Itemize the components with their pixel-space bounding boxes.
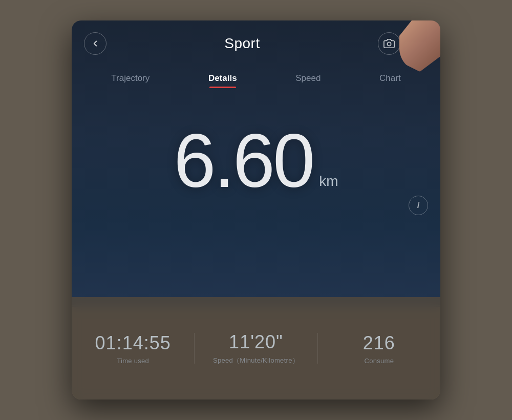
tab-speed-label: Speed <box>295 73 321 83</box>
distance-display: 6.60 km <box>174 123 338 199</box>
top-panel: Sport Tra <box>72 20 440 307</box>
main-metric: 6.60 km <box>72 123 440 199</box>
stat-consume-label: Consume <box>364 357 394 365</box>
stat-time-used: 01:14:55 Time used <box>72 332 194 365</box>
distance-value: 6.60 <box>174 123 313 199</box>
stat-time-label: Time used <box>117 357 149 365</box>
tab-trajectory-label: Trajectory <box>111 73 150 83</box>
stat-speed-value: 11'20" <box>229 331 283 353</box>
camera-button[interactable] <box>378 32 400 55</box>
back-button[interactable] <box>84 32 106 55</box>
stats-panel: 01:14:55 Time used 11'20" Speed（Minute/K… <box>72 297 440 400</box>
tab-chart-label: Chart <box>379 73 401 83</box>
tab-trajectory[interactable]: Trajectory <box>103 69 158 92</box>
tab-bar: Trajectory Details Speed Chart <box>72 69 440 92</box>
page-title: Sport <box>224 35 260 52</box>
tab-speed[interactable]: Speed <box>287 69 329 92</box>
distance-unit: km <box>319 173 338 190</box>
stat-consume: 216 Consume <box>318 332 440 365</box>
stat-speed: 11'20" Speed（Minute/Kilometre） <box>195 331 317 365</box>
stat-speed-label: Speed（Minute/Kilometre） <box>213 356 299 365</box>
stat-consume-value: 216 <box>363 332 395 354</box>
tab-chart[interactable]: Chart <box>371 69 409 92</box>
svg-point-0 <box>387 42 391 46</box>
app-container: Sport Tra <box>72 20 440 400</box>
info-button[interactable]: i <box>409 196 428 215</box>
camera-icon <box>383 38 395 49</box>
info-icon: i <box>417 201 419 210</box>
tab-details[interactable]: Details <box>200 69 245 92</box>
chevron-left-icon <box>91 39 100 48</box>
stat-time-value: 01:14:55 <box>95 332 171 354</box>
tab-details-label: Details <box>208 73 237 83</box>
header: Sport <box>72 20 440 67</box>
tab-active-indicator <box>209 87 236 88</box>
